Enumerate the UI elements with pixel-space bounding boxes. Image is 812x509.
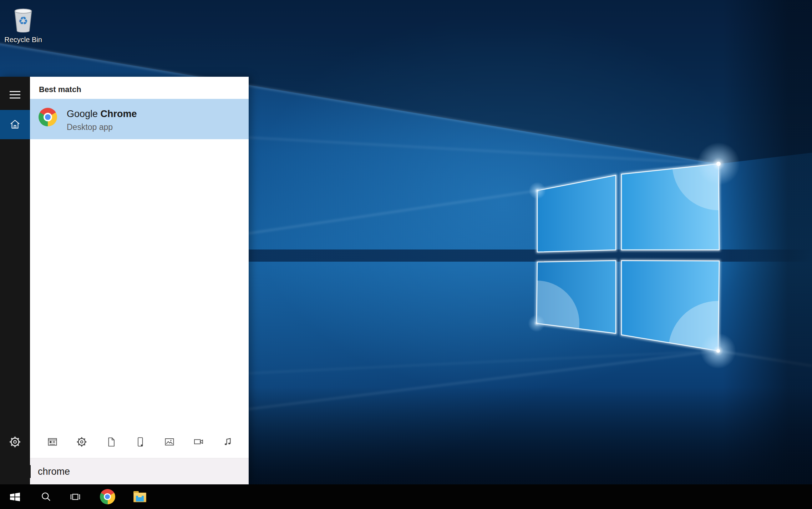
search-result-google-chrome[interactable]: Google Chrome Desktop app [30, 99, 249, 139]
taskbar-file-explorer-button[interactable] [129, 484, 151, 509]
apps-window-icon [47, 436, 58, 448]
file-explorer-icon [133, 491, 147, 502]
photo-icon [164, 436, 175, 448]
filter-photos-button[interactable] [161, 433, 178, 450]
chrome-icon [100, 489, 115, 504]
search-filter-bar [30, 433, 249, 450]
rail-item-settings[interactable] [0, 432, 30, 452]
search-input-value: chrome [38, 458, 70, 485]
filter-apps-button[interactable] [44, 433, 61, 450]
result-title-regular: Google [67, 109, 101, 119]
taskbar: 10:52 PM 10/25/2016 [0, 484, 812, 509]
filter-settings-button[interactable] [73, 433, 90, 450]
taskbar-chrome-button[interactable] [97, 484, 118, 509]
document-icon [105, 436, 117, 448]
phone-icon [135, 436, 146, 448]
result-subtitle: Desktop app [67, 122, 113, 132]
filter-music-button[interactable] [219, 433, 237, 450]
expand-menu-button[interactable] [0, 86, 30, 106]
video-camera-icon [193, 436, 204, 448]
filter-documents-button[interactable] [102, 433, 120, 450]
task-view-icon [69, 491, 81, 503]
start-search-panel: Best match Google Chrome Desktop app [0, 77, 249, 484]
text-caret [30, 465, 31, 478]
start-button[interactable] [4, 484, 26, 509]
gear-icon [76, 436, 87, 448]
chrome-logo-icon [39, 108, 57, 126]
recycle-bin-label: Recycle Bin [1, 36, 45, 44]
music-notes-icon [222, 436, 234, 448]
best-match-header: Best match [39, 85, 81, 94]
rail-item-home[interactable] [0, 110, 30, 139]
search-icon [40, 491, 52, 503]
filter-folders-button[interactable] [132, 433, 149, 450]
screen: { "desktop": { "recycle_bin": { "label":… [0, 0, 812, 509]
task-view-button[interactable] [65, 484, 86, 509]
gear-icon [9, 436, 21, 448]
start-menu-rail [0, 77, 30, 484]
home-icon [9, 119, 21, 130]
filter-videos-button[interactable] [190, 433, 207, 450]
result-title-bold: Chrome [101, 109, 137, 119]
recycle-bin-icon: ♻ [10, 6, 36, 35]
start-windows-icon [10, 492, 20, 502]
recycle-bin-shortcut[interactable]: ♻ Recycle Bin [1, 6, 45, 56]
result-title: Google Chrome [67, 109, 137, 120]
taskbar-search-button[interactable] [35, 484, 57, 509]
svg-text:♻: ♻ [18, 15, 28, 27]
search-input[interactable]: chrome [30, 458, 249, 485]
search-results-pane: Best match Google Chrome Desktop app [30, 77, 249, 484]
